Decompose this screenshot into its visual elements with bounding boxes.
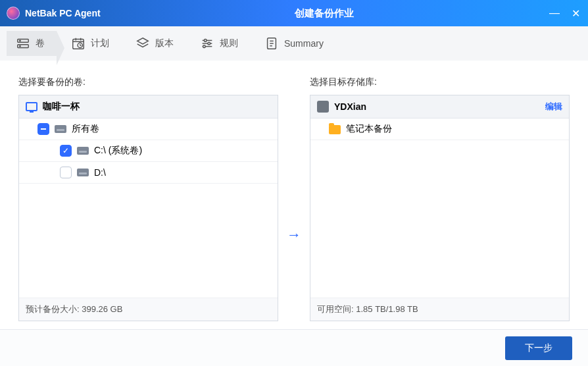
- calendar-icon: [71, 36, 86, 51]
- monitor-icon: [26, 102, 37, 111]
- target-title: 选择目标存储库:: [310, 76, 570, 88]
- sliders-icon: [200, 36, 214, 51]
- svg-point-15: [204, 39, 207, 42]
- folder-name: 笔记本备份: [346, 123, 392, 135]
- wizard-stepbar: 卷 计划 版本 规则 Summary: [0, 26, 588, 61]
- window-controls: — ✕: [549, 7, 581, 20]
- svg-point-3: [20, 45, 20, 46]
- estimate-value: 399.26 GB: [82, 304, 122, 314]
- target-tree-body: 笔记本备份: [310, 118, 569, 298]
- source-footer: 预计备份大小: 399.26 GB: [19, 298, 278, 321]
- checkbox-checked[interactable]: ✓: [60, 145, 72, 157]
- step-label: 规则: [220, 38, 238, 49]
- volume-d-row[interactable]: D:\: [19, 162, 278, 184]
- volume-c-label: C:\ (系统卷): [94, 145, 142, 157]
- arrow-icon: →: [286, 76, 302, 321]
- step-version[interactable]: 版本: [126, 31, 185, 56]
- source-tree: 咖啡一杯 所有卷 ✓ C:\ (系统卷) D:\: [18, 95, 278, 321]
- document-icon: [264, 36, 279, 51]
- target-folder-row[interactable]: 笔记本备份: [310, 118, 569, 140]
- disk-icon: [77, 169, 89, 176]
- volume-d-label: D:\: [94, 167, 106, 178]
- host-name: 咖啡一杯: [43, 101, 80, 113]
- checkbox-empty[interactable]: [60, 167, 72, 178]
- estimate-label: 预计备份大小:: [26, 304, 80, 314]
- content: 选择要备份的卷: 咖啡一杯 所有卷 ✓ C:\ (系统卷): [0, 61, 588, 329]
- step-label: 版本: [155, 38, 174, 49]
- folder-icon: [329, 125, 341, 134]
- target-tree: YDXian 编辑 笔记本备份 可用空间: 1.85 TB/1.98 TB: [310, 95, 570, 321]
- titlebar: NetBak PC Agent 创建备份作业 — ✕: [0, 0, 588, 26]
- window-title: 创建备份作业: [101, 7, 549, 20]
- svg-point-16: [208, 42, 210, 45]
- layers-icon: [135, 36, 150, 51]
- target-repo-row[interactable]: YDXian 编辑: [310, 95, 569, 118]
- source-tree-body: 所有卷 ✓ C:\ (系统卷) D:\: [19, 118, 278, 298]
- source-host-row[interactable]: 咖啡一杯: [19, 95, 278, 118]
- all-volumes-label: 所有卷: [72, 123, 99, 135]
- source-title: 选择要备份的卷:: [18, 76, 278, 88]
- all-volumes-row[interactable]: 所有卷: [19, 118, 278, 140]
- step-label: 卷: [36, 38, 45, 49]
- disk-icon: [77, 147, 89, 155]
- svg-point-17: [203, 45, 206, 48]
- storage-icon: [317, 101, 329, 113]
- app-logo-icon: [7, 7, 20, 20]
- minimize-button[interactable]: —: [549, 7, 560, 20]
- close-button[interactable]: ✕: [570, 7, 581, 20]
- space-value: 1.85 TB/1.98 TB: [356, 304, 418, 314]
- step-label: 计划: [91, 38, 109, 49]
- svg-line-10: [80, 45, 82, 46]
- step-label: Summary: [284, 38, 324, 49]
- next-button[interactable]: 下一步: [505, 336, 572, 360]
- volume-icon: [16, 36, 30, 51]
- source-panel: 选择要备份的卷: 咖啡一杯 所有卷 ✓ C:\ (系统卷): [18, 76, 278, 321]
- disk-icon: [55, 125, 66, 133]
- volume-c-row[interactable]: ✓ C:\ (系统卷): [19, 140, 278, 162]
- footer: 下一步: [0, 329, 588, 366]
- svg-marker-11: [137, 38, 149, 44]
- step-volume[interactable]: 卷: [7, 31, 57, 56]
- target-footer: 可用空间: 1.85 TB/1.98 TB: [310, 298, 569, 321]
- app-name: NetBak PC Agent: [25, 8, 101, 18]
- edit-link[interactable]: 编辑: [545, 101, 562, 113]
- checkbox-partial[interactable]: [37, 123, 49, 135]
- svg-point-2: [20, 40, 20, 41]
- target-panel: 选择目标存储库: YDXian 编辑 笔记本备份 可用空间: 1.85 TB/1…: [310, 76, 570, 321]
- step-summary[interactable]: Summary: [255, 31, 335, 56]
- repo-name: YDXian: [334, 101, 366, 112]
- step-schedule[interactable]: 计划: [62, 31, 121, 56]
- step-rule[interactable]: 规则: [191, 31, 250, 56]
- space-label: 可用空间:: [317, 304, 354, 314]
